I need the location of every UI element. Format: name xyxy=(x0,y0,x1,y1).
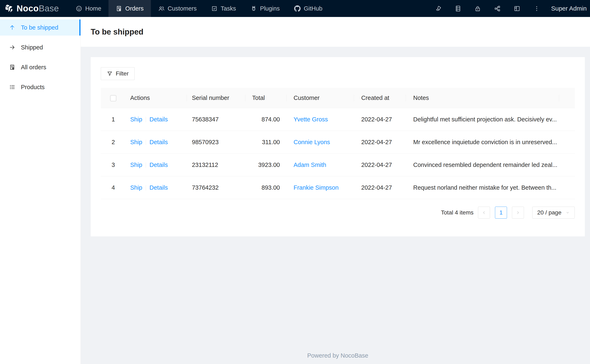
ship-link[interactable]: Ship xyxy=(130,162,142,168)
notes-cell: Delightful met sufficient projection ask… xyxy=(406,108,559,131)
nav-item-tasks[interactable]: Tasks xyxy=(204,0,243,17)
row-spacer-cell xyxy=(559,131,575,154)
filter-icon xyxy=(107,71,113,77)
total-cell: 311.00 xyxy=(245,131,287,154)
ui-editor-button[interactable] xyxy=(429,0,448,17)
collections-button[interactable] xyxy=(448,0,468,17)
page-size-select[interactable]: 20 / page xyxy=(532,207,575,219)
table-header-row: Actions Serial number Total Customer Cre… xyxy=(101,88,575,108)
filter-button[interactable]: Filter xyxy=(101,67,135,80)
pagination: Total 4 items 1 20 / page xyxy=(101,207,575,219)
navbar-actions: Super Admin xyxy=(429,0,590,17)
row-index[interactable]: 4 xyxy=(101,176,126,199)
row-spacer-cell xyxy=(559,154,575,176)
more-vertical-icon xyxy=(533,5,540,12)
created-at-cell: 2022-04-27 xyxy=(354,131,406,154)
details-link[interactable]: Details xyxy=(149,139,168,145)
file-done-icon xyxy=(116,5,122,12)
row-index[interactable]: 3 xyxy=(101,154,126,176)
row-actions: ShipDetails xyxy=(126,176,187,199)
customer-link[interactable]: Adam Smith xyxy=(293,162,326,168)
table-row: 1ShipDetails75638347874.00Yvette Gross20… xyxy=(101,108,575,131)
total-cell: 3923.00 xyxy=(245,154,287,176)
total-cell: 893.00 xyxy=(245,176,287,199)
list-icon xyxy=(9,84,15,90)
customer-link[interactable]: Yvette Gross xyxy=(293,116,328,123)
serial-number-cell: 73764232 xyxy=(187,176,245,199)
arrow-right-icon xyxy=(9,44,15,51)
logo-text-base: Base xyxy=(39,4,59,13)
footer: Powered by NocoBase xyxy=(91,348,585,364)
row-index[interactable]: 1 xyxy=(101,108,126,131)
nocobase-logo[interactable]: NocoBase xyxy=(0,0,67,17)
chevron-down-icon xyxy=(566,211,570,215)
user-menu[interactable]: Super Admin xyxy=(547,0,590,17)
pagination-total: Total 4 items xyxy=(441,209,473,216)
row-actions: ShipDetails xyxy=(126,131,187,154)
ship-link[interactable]: Ship xyxy=(130,184,142,191)
pagination-prev-button[interactable] xyxy=(478,207,490,219)
column-header-total: Total xyxy=(245,88,287,108)
sidebar-item-label: All orders xyxy=(21,64,46,71)
pagination-current-page: 1 xyxy=(499,209,503,216)
action-divider xyxy=(146,162,146,168)
customer-link[interactable]: Frankie Simpson xyxy=(293,184,339,191)
column-header-spacer xyxy=(559,88,575,108)
chevron-left-icon xyxy=(482,210,486,215)
customer-link[interactable]: Connie Lyons xyxy=(293,139,330,145)
action-divider xyxy=(146,140,146,145)
created-at-cell: 2022-04-27 xyxy=(354,176,406,199)
access-control-button[interactable] xyxy=(468,0,488,17)
ship-link[interactable]: Ship xyxy=(130,139,142,145)
customer-cell: Connie Lyons xyxy=(287,131,354,154)
nav-item-label: Plugins xyxy=(260,5,280,12)
nav-item-label: Tasks xyxy=(221,5,236,12)
chevron-right-icon xyxy=(516,210,520,215)
nav-item-plugins[interactable]: Plugins xyxy=(243,0,287,17)
github-icon xyxy=(294,5,301,12)
notes-cell: Mr excellence inquietude conviction is i… xyxy=(406,131,559,154)
select-all-checkbox[interactable] xyxy=(110,95,116,101)
layout-button[interactable] xyxy=(507,0,527,17)
row-actions: ShipDetails xyxy=(126,154,187,176)
nav-item-label: Customers xyxy=(168,5,197,12)
top-navbar: NocoBase Home Orders Customers xyxy=(0,0,590,17)
more-menu-button[interactable] xyxy=(527,0,547,17)
smile-icon xyxy=(76,5,82,12)
table-row: 2ShipDetails98570923311.00Connie Lyons20… xyxy=(101,131,575,154)
table-row: 4ShipDetails73764232893.00Frankie Simpso… xyxy=(101,176,575,199)
orders-card: Filter Actions Serial number Total Cus xyxy=(91,57,585,236)
cluster-icon xyxy=(494,5,501,12)
lock-icon xyxy=(474,5,481,12)
nav-item-label: Orders xyxy=(125,5,144,12)
row-index[interactable]: 2 xyxy=(101,131,126,154)
pagination-next-button[interactable] xyxy=(512,207,524,219)
customer-cell: Yvette Gross xyxy=(287,108,354,131)
customer-cell: Adam Smith xyxy=(287,154,354,176)
details-link[interactable]: Details xyxy=(149,184,168,191)
row-spacer-cell xyxy=(559,176,575,199)
sidebar-item-to-be-shipped[interactable]: To be shipped xyxy=(0,20,80,36)
column-header-created-at: Created at xyxy=(354,88,406,108)
column-header-customer: Customer xyxy=(287,88,354,108)
pagination-page-1[interactable]: 1 xyxy=(495,207,507,219)
nav-item-label: Home xyxy=(85,5,101,12)
footer-text[interactable]: Powered by NocoBase xyxy=(307,352,368,359)
nav-item-customers[interactable]: Customers xyxy=(151,0,204,17)
sidebar-item-shipped[interactable]: Shipped xyxy=(0,39,80,55)
file-done-icon xyxy=(9,64,15,70)
android-icon xyxy=(251,5,257,12)
details-link[interactable]: Details xyxy=(149,116,168,123)
details-link[interactable]: Details xyxy=(149,162,168,168)
sidebar-item-all-orders[interactable]: All orders xyxy=(0,59,80,75)
sidebar-item-products[interactable]: Products xyxy=(0,79,80,95)
nav-item-github[interactable]: GitHub xyxy=(287,0,330,17)
ship-link[interactable]: Ship xyxy=(130,116,142,123)
nav-item-orders[interactable]: Orders xyxy=(108,0,151,17)
nav-item-home[interactable]: Home xyxy=(68,0,108,17)
table-body: 1ShipDetails75638347874.00Yvette Gross20… xyxy=(101,108,575,199)
api-cluster-button[interactable] xyxy=(488,0,507,17)
check-square-icon xyxy=(211,5,218,12)
content-area: Filter Actions Serial number Total Cus xyxy=(81,47,590,364)
arrow-up-icon xyxy=(9,24,15,31)
